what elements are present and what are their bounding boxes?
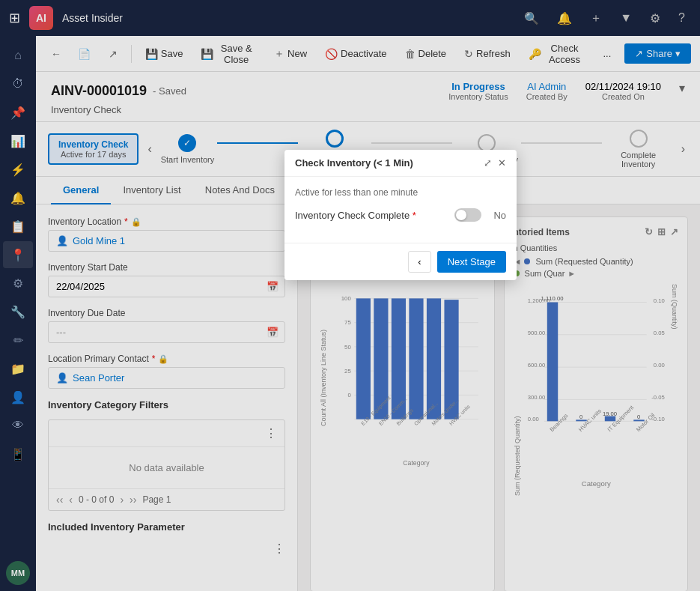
modal-expand-icon[interactable]: ⤢: [484, 157, 492, 169]
modal-toggle-container: No: [454, 208, 506, 222]
modal-title: Check Inventory (< 1 Min): [295, 157, 413, 169]
modal-overlay: [0, 0, 700, 591]
modal-field-label: Inventory Check Complete *: [295, 210, 416, 221]
modal-subtitle: Active for less than one minute: [295, 187, 506, 198]
modal-footer: ‹ Next Stage: [284, 243, 517, 280]
toggle-label: No: [493, 210, 506, 221]
modal-header: Check Inventory (< 1 Min) ⤢ ✕: [284, 150, 517, 177]
toggle-switch[interactable]: [454, 208, 481, 222]
stage-modal: Check Inventory (< 1 Min) ⤢ ✕ Active for…: [284, 150, 517, 280]
modal-next-button[interactable]: Next Stage: [437, 251, 506, 273]
modal-header-icons: ⤢ ✕: [484, 157, 506, 169]
modal-field-complete: Inventory Check Complete * No: [295, 208, 506, 222]
modal-body: Active for less than one minute Inventor…: [284, 177, 517, 243]
modal-close-icon[interactable]: ✕: [498, 157, 506, 169]
modal-back-button[interactable]: ‹: [408, 251, 430, 273]
